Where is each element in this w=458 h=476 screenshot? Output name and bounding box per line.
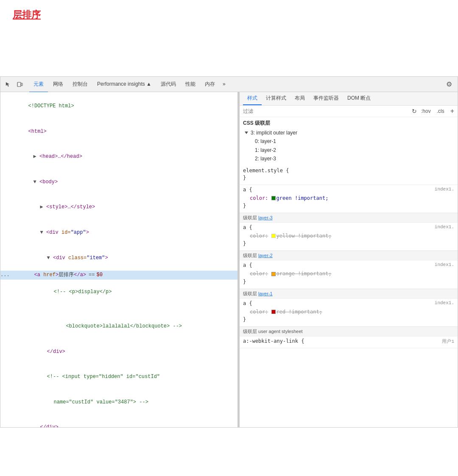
styles-tab-listeners[interactable]: 事件监听器	[309, 92, 343, 105]
hov-button[interactable]: :hov	[419, 107, 433, 115]
dom-line-blank	[0, 305, 237, 314]
layer-header-layer2: 级联层 layer-2	[240, 251, 458, 260]
css-layers-title: CSS 级联层	[243, 120, 454, 127]
tab-sources[interactable]: 源代码	[156, 76, 180, 92]
style-prop-color-yellow: color: yellow !important;	[243, 232, 454, 241]
css-layers-section: CSS 级联层 3: implicit outer layer 0: layer…	[240, 117, 458, 166]
dom-line-div-close2: </div>	[0, 415, 237, 427]
style-close-a-yellow: }	[243, 241, 454, 247]
devtools-tabbar: 元素 网络 控制台 Performance insights ▲ 源代码 性能 …	[0, 77, 458, 92]
layer-header-layer3: 级联层 layer-3	[240, 213, 458, 223]
style-origin-a-orange: index1.	[435, 262, 454, 269]
devtools-panel: 元素 网络 控制台 Performance insights ▲ 源代码 性能 …	[0, 76, 458, 428]
cls-button[interactable]: .cls	[435, 107, 446, 115]
tab-network[interactable]: 网络	[49, 76, 67, 92]
filter-actions: ↻ :hov .cls +	[412, 107, 454, 115]
style-origin-a-green: index1.	[435, 187, 454, 194]
style-origin-user-agent: 用户1	[442, 338, 454, 345]
svg-rect-0	[17, 82, 21, 87]
dom-line-html: <html>	[0, 119, 237, 145]
dom-panel[interactable]: <!DOCTYPE html> <html> ▶ <head>…</head> …	[0, 92, 238, 427]
settings-icon[interactable]: ⚙	[443, 78, 455, 90]
css-layer-tree: 3: implicit outer layer 0: layer-1 1: la…	[243, 129, 454, 163]
dom-line-style: ▶ <style>…</style>	[0, 195, 237, 220]
style-rule-selector-element: element.style {	[243, 168, 454, 174]
filter-bar: ↻ :hov .cls +	[240, 106, 458, 117]
filter-input[interactable]	[243, 108, 408, 114]
dom-line-div-item: ▼ <div class="item">	[0, 245, 237, 271]
style-close-a-orange: }	[243, 279, 454, 285]
layer-header-user-agent: 级联层 user agent stylesheet	[240, 327, 458, 336]
tab-more[interactable]: »	[220, 76, 228, 92]
style-prop-color-green: color: green !important;	[243, 194, 454, 203]
svg-rect-1	[21, 83, 22, 86]
style-rule-a-orange: a { index1. color: orange !important; }	[240, 260, 458, 288]
refresh-icon[interactable]: ↻	[412, 108, 417, 115]
dom-line-comment4: name="custId" value="3487"> -->	[0, 390, 237, 415]
style-rule-a-yellow: a { index1. color: yellow !important; }	[240, 223, 458, 251]
style-origin-a-red: index1.	[435, 300, 454, 308]
style-rule-a-green: a { index1. color: green !important; }	[240, 185, 458, 213]
style-prop-color-orange: color: orange !important;	[243, 269, 454, 278]
css-layer-item-2: 2: layer-3	[245, 154, 454, 163]
tab-performance[interactable]: 性能	[181, 76, 200, 92]
dom-line-body-open: ▼ <body>	[0, 170, 237, 195]
dom-line-anchor[interactable]: ... <a href>层排序</a> == $0	[0, 271, 237, 280]
styles-tab-styles[interactable]: 样式	[243, 92, 262, 105]
dom-line-div-close1: </div>	[0, 339, 237, 364]
devtools-icon-group	[3, 79, 25, 90]
styles-tab-dom-breakpoints[interactable]: DOM 断点	[343, 92, 375, 105]
style-rule-a-red: a { index1. color: red !important; }	[240, 299, 458, 327]
style-selector-a-red: a {	[243, 300, 252, 307]
layer-header-user-agent-label: 级联层 user agent stylesheet	[243, 329, 303, 334]
styles-tab-layout[interactable]: 布局	[290, 92, 309, 105]
dom-line-head: ▶ <head>…</head>	[0, 144, 237, 170]
cursor-icon[interactable]	[3, 79, 13, 90]
dom-line-div-app: ▼ <div id="app">	[0, 220, 237, 246]
tab-performance-insights[interactable]: Performance insights ▲	[93, 76, 156, 92]
layer-link-layer3[interactable]: layer-3	[258, 215, 273, 220]
styles-panel: 样式 计算样式 布局 事件监听器 DOM 断点 ↻ :hov .cls + CS…	[240, 92, 458, 427]
page-title: 层排序	[13, 8, 445, 21]
style-rule-element-style: element.style { }	[240, 166, 458, 185]
add-style-button[interactable]: +	[450, 107, 454, 115]
styles-tab-computed[interactable]: 计算样式	[262, 92, 290, 105]
layer-link-layer1[interactable]: layer-1	[258, 291, 273, 296]
css-layer-item-1: 1: layer-2	[245, 146, 454, 154]
css-implicit-outer-layer: 3: implicit outer layer	[245, 129, 454, 137]
style-origin-a-yellow: index1.	[435, 224, 454, 232]
dom-line-comment2: <blockquote>lalalalal</blockquote> -->	[0, 314, 237, 339]
devtools-main: <!DOCTYPE html> <html> ▶ <head>…</head> …	[0, 92, 458, 427]
style-selector-a-green: a {	[243, 187, 252, 193]
tab-elements[interactable]: 元素	[29, 76, 48, 92]
layer-link-layer2[interactable]: layer-2	[258, 253, 273, 258]
style-rule-user-agent: a:-webkit-any-link { 用户1	[240, 336, 458, 348]
css-layer-item-0: 0: layer-1	[245, 137, 454, 146]
style-selector-a-yellow: a {	[243, 224, 252, 231]
style-rule-close-element: }	[243, 175, 454, 181]
style-selector-user-agent: a:-webkit-any-link {	[243, 338, 304, 344]
device-icon[interactable]	[15, 79, 25, 90]
dom-line-comment3: <!-- <input type="hidden" id="custId"	[0, 364, 237, 390]
layer-header-layer1: 级联层 layer-1	[240, 289, 458, 299]
tab-console[interactable]: 控制台	[68, 76, 92, 92]
dom-line-comment1: <!-- <p>display</p>	[0, 280, 237, 305]
style-close-a-green: }	[243, 203, 454, 209]
tab-memory[interactable]: 内存	[201, 76, 219, 92]
dom-line-doctype: <!DOCTYPE html>	[0, 94, 237, 119]
style-selector-a-orange: a {	[243, 262, 252, 269]
styles-tabbar: 样式 计算样式 布局 事件监听器 DOM 断点	[240, 92, 458, 106]
style-prop-color-red: color: red !important;	[243, 308, 454, 316]
style-close-a-red: }	[243, 316, 454, 323]
